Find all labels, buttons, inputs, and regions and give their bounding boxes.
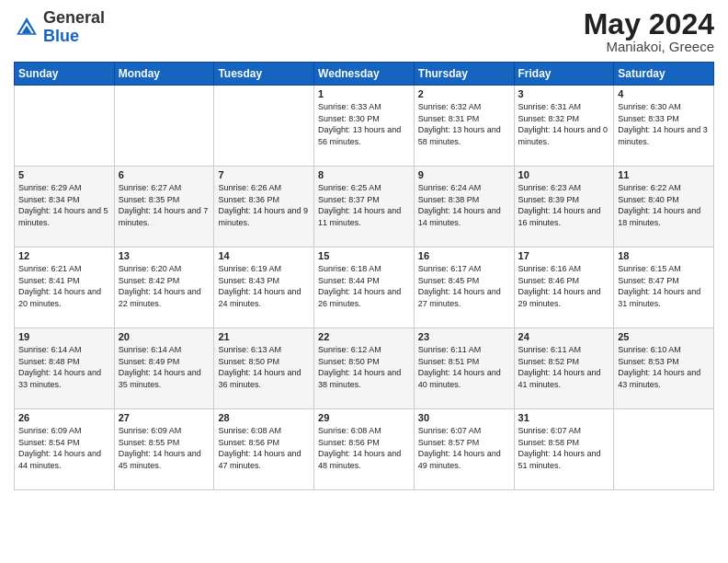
day-info: Sunrise: 6:13 AM Sunset: 8:50 PM Dayligh…: [218, 344, 310, 390]
table-row: 7 Sunrise: 6:26 AM Sunset: 8:36 PM Dayli…: [214, 167, 314, 247]
day-info: Sunrise: 6:22 AM Sunset: 8:40 PM Dayligh…: [618, 182, 710, 228]
title-month: May 2024: [584, 9, 714, 39]
table-row: 27 Sunrise: 6:09 AM Sunset: 8:55 PM Dayl…: [114, 409, 214, 490]
table-row: 18 Sunrise: 6:15 AM Sunset: 8:47 PM Dayl…: [614, 247, 714, 328]
day-info: Sunrise: 6:29 AM Sunset: 8:34 PM Dayligh…: [18, 182, 110, 228]
table-row: 23 Sunrise: 6:11 AM Sunset: 8:51 PM Dayl…: [414, 328, 514, 409]
table-row: 29 Sunrise: 6:08 AM Sunset: 8:56 PM Dayl…: [314, 409, 415, 490]
title-location: Maniakoi, Greece: [584, 39, 714, 54]
table-row: 26 Sunrise: 6:09 AM Sunset: 8:54 PM Dayl…: [15, 409, 115, 490]
header-friday: Friday: [514, 63, 614, 86]
table-row: 3 Sunrise: 6:31 AM Sunset: 8:32 PM Dayli…: [514, 86, 614, 167]
day-info: Sunrise: 6:09 AM Sunset: 8:55 PM Dayligh…: [119, 425, 210, 471]
day-info: Sunrise: 6:24 AM Sunset: 8:38 PM Dayligh…: [418, 182, 510, 228]
table-row: 1 Sunrise: 6:33 AM Sunset: 8:30 PM Dayli…: [314, 86, 415, 167]
day-info: Sunrise: 6:32 AM Sunset: 8:31 PM Dayligh…: [418, 101, 510, 147]
table-row: 9 Sunrise: 6:24 AM Sunset: 8:38 PM Dayli…: [414, 167, 514, 247]
table-row: 21 Sunrise: 6:13 AM Sunset: 8:50 PM Dayl…: [214, 328, 314, 409]
day-info: Sunrise: 6:30 AM Sunset: 8:33 PM Dayligh…: [618, 101, 710, 147]
day-number: 23: [418, 331, 510, 342]
day-info: Sunrise: 6:10 AM Sunset: 8:53 PM Dayligh…: [618, 344, 710, 390]
calendar-week-row: 12 Sunrise: 6:21 AM Sunset: 8:41 PM Dayl…: [15, 247, 714, 328]
table-row: 16 Sunrise: 6:17 AM Sunset: 8:45 PM Dayl…: [414, 247, 514, 328]
calendar-week-row: 5 Sunrise: 6:29 AM Sunset: 8:34 PM Dayli…: [15, 167, 714, 247]
day-number: 18: [618, 250, 710, 261]
header-wednesday: Wednesday: [314, 63, 415, 86]
title-block: May 2024 Maniakoi, Greece: [584, 9, 714, 54]
day-number: 15: [318, 250, 410, 261]
day-number: 29: [318, 412, 410, 423]
day-number: 20: [119, 331, 210, 342]
day-info: Sunrise: 6:20 AM Sunset: 8:42 PM Dayligh…: [119, 263, 210, 309]
day-number: 14: [218, 250, 310, 261]
table-row: 25 Sunrise: 6:10 AM Sunset: 8:53 PM Dayl…: [614, 328, 714, 409]
table-row: 17 Sunrise: 6:16 AM Sunset: 8:46 PM Dayl…: [514, 247, 614, 328]
day-number: 17: [518, 250, 610, 261]
logo: General Blue: [14, 9, 105, 46]
day-number: 24: [518, 331, 610, 342]
table-row: 19 Sunrise: 6:14 AM Sunset: 8:48 PM Dayl…: [15, 328, 115, 409]
day-info: Sunrise: 6:31 AM Sunset: 8:32 PM Dayligh…: [518, 101, 610, 147]
day-info: Sunrise: 6:08 AM Sunset: 8:56 PM Dayligh…: [318, 425, 410, 471]
header-thursday: Thursday: [414, 63, 514, 86]
header: General Blue May 2024 Maniakoi, Greece: [14, 9, 714, 54]
day-info: Sunrise: 6:07 AM Sunset: 8:58 PM Dayligh…: [518, 425, 610, 471]
calendar-week-row: 1 Sunrise: 6:33 AM Sunset: 8:30 PM Dayli…: [15, 86, 714, 167]
table-row: 2 Sunrise: 6:32 AM Sunset: 8:31 PM Dayli…: [414, 86, 514, 167]
day-info: Sunrise: 6:16 AM Sunset: 8:46 PM Dayligh…: [518, 263, 610, 309]
day-info: Sunrise: 6:14 AM Sunset: 8:49 PM Dayligh…: [119, 344, 210, 390]
day-number: 19: [18, 331, 110, 342]
day-number: 3: [518, 88, 610, 99]
day-number: 28: [218, 412, 310, 423]
table-row: 20 Sunrise: 6:14 AM Sunset: 8:49 PM Dayl…: [114, 328, 214, 409]
day-number: 13: [119, 250, 210, 261]
calendar-week-row: 19 Sunrise: 6:14 AM Sunset: 8:48 PM Dayl…: [15, 328, 714, 409]
day-info: Sunrise: 6:17 AM Sunset: 8:45 PM Dayligh…: [418, 263, 510, 309]
table-row: 22 Sunrise: 6:12 AM Sunset: 8:50 PM Dayl…: [314, 328, 415, 409]
logo-general-text: General: [43, 8, 105, 27]
header-tuesday: Tuesday: [214, 63, 314, 86]
table-row: 12 Sunrise: 6:21 AM Sunset: 8:41 PM Dayl…: [15, 247, 115, 328]
table-row: 30 Sunrise: 6:07 AM Sunset: 8:57 PM Dayl…: [414, 409, 514, 490]
day-info: Sunrise: 6:14 AM Sunset: 8:48 PM Dayligh…: [18, 344, 110, 390]
day-info: Sunrise: 6:27 AM Sunset: 8:35 PM Dayligh…: [119, 182, 210, 228]
header-sunday: Sunday: [15, 63, 115, 86]
day-number: 7: [218, 169, 310, 180]
day-info: Sunrise: 6:26 AM Sunset: 8:36 PM Dayligh…: [218, 182, 310, 228]
header-monday: Monday: [114, 63, 214, 86]
day-info: Sunrise: 6:08 AM Sunset: 8:56 PM Dayligh…: [218, 425, 310, 471]
day-info: Sunrise: 6:12 AM Sunset: 8:50 PM Dayligh…: [318, 344, 410, 390]
day-number: 8: [318, 169, 410, 180]
day-number: 16: [418, 250, 510, 261]
calendar-week-row: 26 Sunrise: 6:09 AM Sunset: 8:54 PM Dayl…: [15, 409, 714, 490]
table-row: 13 Sunrise: 6:20 AM Sunset: 8:42 PM Dayl…: [114, 247, 214, 328]
logo-text: General Blue: [43, 9, 105, 46]
day-number: 5: [18, 169, 110, 180]
table-row: 11 Sunrise: 6:22 AM Sunset: 8:40 PM Dayl…: [614, 167, 714, 247]
table-row: 6 Sunrise: 6:27 AM Sunset: 8:35 PM Dayli…: [114, 167, 214, 247]
table-row: [15, 86, 115, 167]
table-row: 28 Sunrise: 6:08 AM Sunset: 8:56 PM Dayl…: [214, 409, 314, 490]
table-row: 5 Sunrise: 6:29 AM Sunset: 8:34 PM Dayli…: [15, 167, 115, 247]
table-row: 24 Sunrise: 6:11 AM Sunset: 8:52 PM Dayl…: [514, 328, 614, 409]
generalblue-icon: [14, 15, 40, 40]
day-info: Sunrise: 6:33 AM Sunset: 8:30 PM Dayligh…: [318, 101, 410, 147]
day-info: Sunrise: 6:23 AM Sunset: 8:39 PM Dayligh…: [518, 182, 610, 228]
table-row: 15 Sunrise: 6:18 AM Sunset: 8:44 PM Dayl…: [314, 247, 415, 328]
table-row: [614, 409, 714, 490]
day-info: Sunrise: 6:07 AM Sunset: 8:57 PM Dayligh…: [418, 425, 510, 471]
table-row: 8 Sunrise: 6:25 AM Sunset: 8:37 PM Dayli…: [314, 167, 415, 247]
header-saturday: Saturday: [614, 63, 714, 86]
day-info: Sunrise: 6:21 AM Sunset: 8:41 PM Dayligh…: [18, 263, 110, 309]
day-number: 6: [119, 169, 210, 180]
day-number: 4: [618, 88, 710, 99]
day-number: 21: [218, 331, 310, 342]
day-info: Sunrise: 6:19 AM Sunset: 8:43 PM Dayligh…: [218, 263, 310, 309]
day-number: 9: [418, 169, 510, 180]
day-number: 10: [518, 169, 610, 180]
day-number: 30: [418, 412, 510, 423]
day-info: Sunrise: 6:25 AM Sunset: 8:37 PM Dayligh…: [318, 182, 410, 228]
day-number: 2: [418, 88, 510, 99]
day-number: 26: [18, 412, 110, 423]
day-info: Sunrise: 6:09 AM Sunset: 8:54 PM Dayligh…: [18, 425, 110, 471]
